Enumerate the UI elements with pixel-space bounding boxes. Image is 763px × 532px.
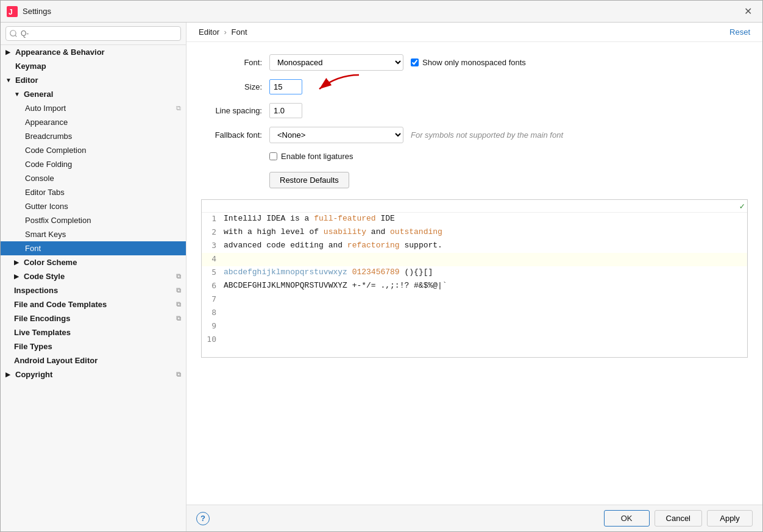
breadcrumb-parent: Editor [199,27,219,37]
preview-line-10: 10 [202,333,747,347]
sidebar-item-label: Editor Tabs [25,188,65,197]
sidebar-item-label: General [24,90,53,99]
preview-line-1: 1 IntelliJ IDEA is a full-featured IDE [202,213,747,226]
ok-button[interactable]: OK [604,510,650,527]
main-content: Editor › Font Reset Font: Monospaced Sho… [186,23,762,531]
sidebar-item-code-folding[interactable]: Code Folding [1,157,186,171]
close-button[interactable]: ✕ [739,3,756,20]
line-content [224,307,229,317]
sidebar-item-editor-tabs[interactable]: Editor Tabs [1,185,186,199]
line-content: advanced code editing and refactoring su… [224,239,442,250]
sidebar-item-label: Code Completion [25,146,86,155]
preview-header: ✓ [202,200,747,213]
preview-line-5: 5 abcdefghijklmnopqrstuvwxyz 0123456789 … [202,266,747,280]
reset-button[interactable]: Reset [729,27,750,37]
line-content [224,293,229,303]
window-body: ▶ Appearance & Behavior ▶ Keymap ▼ Edito… [1,23,762,531]
chevron-right-icon: ▶ [14,259,21,266]
sidebar-item-breadcrumbs[interactable]: Breadcrumbs [1,129,186,143]
settings-window: J Settings ✕ ▶ Appearance & Behavior ▶ K… [0,0,763,532]
sidebar-item-appearance[interactable]: Appearance [1,115,186,129]
show-monospaced-label[interactable]: Show only monospaced fonts [411,58,526,67]
sidebar-item-color-scheme[interactable]: ▶ Color Scheme [1,255,186,269]
fallback-select[interactable]: <None> [269,127,403,143]
sidebar-item-smart-keys[interactable]: Smart Keys [1,227,186,241]
sidebar-item-file-types[interactable]: File Types [1,339,186,353]
copy-icon: ⧉ [176,371,181,378]
sidebar-item-console[interactable]: Console [1,171,186,185]
apply-button[interactable]: Apply [707,510,753,527]
copy-icon: ⧉ [176,272,181,280]
sidebar-item-general[interactable]: ▼ General [1,87,186,101]
breadcrumb-current: Font [232,27,247,37]
dialog-buttons: OK Cancel Apply [604,510,753,527]
sidebar-item-android-layout-editor[interactable]: Android Layout Editor [1,353,186,367]
line-spacing-label: Line spacing: [201,106,262,115]
size-input[interactable] [269,79,302,94]
search-input[interactable] [5,26,181,41]
sidebar-item-label: Keymap [15,62,46,71]
show-monospaced-checkbox[interactable] [411,59,419,66]
fallback-row: Fallback font: <None> For symbols not su… [201,127,748,143]
ligatures-label[interactable]: Enable font ligatures [269,152,353,161]
copy-icon: ⧉ [176,286,181,294]
ligatures-text: Enable font ligatures [281,152,353,161]
chevron-down-icon: ▼ [14,91,21,98]
sidebar-item-label: Editor [15,76,38,85]
line-spacing-row: Line spacing: [201,103,748,118]
preview-line-6: 6 ABCDEFGHIJKLMNOPQRSTUVWXYZ +-*/= .,;:!… [202,280,747,293]
copy-icon: ⧉ [176,104,181,112]
sidebar-item-file-encodings[interactable]: File Encodings ⧉ [1,311,186,325]
line-content [224,333,229,344]
preview-line-7: 7 [202,293,747,307]
sidebar-item-file-code-templates[interactable]: File and Code Templates ⧉ [1,297,186,311]
sidebar-item-inspections[interactable]: Inspections ⧉ [1,283,186,297]
size-row: Size: [201,79,748,94]
sidebar-item-gutter-icons[interactable]: Gutter Icons [1,199,186,213]
sidebar-item-editor[interactable]: ▼ Editor [1,73,186,87]
ligatures-checkbox[interactable] [269,152,277,160]
preview-line-9: 9 [202,320,747,333]
app-icon: J [7,6,18,17]
font-select[interactable]: Monospaced [269,54,403,71]
sidebar: ▶ Appearance & Behavior ▶ Keymap ▼ Edito… [1,23,186,531]
arrow-annotation [307,72,362,102]
sidebar-item-font[interactable]: Font [1,241,186,255]
restore-defaults-button[interactable]: Restore Defaults [269,172,349,188]
sidebar-item-appearance-behavior[interactable]: ▶ Appearance & Behavior [1,45,186,59]
sidebar-item-keymap[interactable]: ▶ Keymap [1,59,186,73]
content-area: Font: Monospaced Show only monospaced fo… [186,42,762,505]
sidebar-item-live-templates[interactable]: Live Templates [1,325,186,339]
ligatures-row: Enable font ligatures [201,152,748,161]
sidebar-item-code-completion[interactable]: Code Completion [1,143,186,157]
font-label: Font: [201,58,262,67]
sidebar-item-auto-import[interactable]: Auto Import ⧉ [1,101,186,115]
sidebar-item-label: Copyright [15,370,52,379]
check-icon: ✓ [740,201,745,211]
sidebar-item-postfix-completion[interactable]: Postfix Completion [1,213,186,227]
preview-box: ✓ 1 IntelliJ IDEA is a full-featured IDE… [201,199,748,358]
sidebar-item-label: Color Scheme [24,258,77,267]
bottom-bar: ? OK Cancel Apply [186,505,762,531]
line-spacing-input[interactable] [269,103,302,118]
title-bar: J Settings ✕ [1,1,762,23]
sidebar-item-label: Auto Import [25,104,66,113]
sidebar-item-copyright[interactable]: ▶ Copyright ⧉ [1,367,186,381]
line-content [224,320,229,330]
sidebar-item-label: File and Code Templates [14,300,107,309]
fallback-label: Fallback font: [201,130,262,140]
line-number: 10 [202,333,224,344]
sidebar-item-label: Appearance [25,118,68,127]
chevron-right-icon: ▶ [5,371,13,378]
line-number: 5 [202,266,224,277]
cancel-button[interactable]: Cancel [655,510,702,527]
size-label: Size: [201,82,262,91]
size-area [269,79,302,94]
svg-text:J: J [9,8,13,16]
preview-line-4: 4 [202,253,747,266]
font-row: Font: Monospaced Show only monospaced fo… [201,54,748,71]
search-bar [1,23,186,45]
sidebar-item-code-style[interactable]: ▶ Code Style ⧉ [1,269,186,283]
line-number: 2 [202,226,224,236]
help-button[interactable]: ? [196,512,210,525]
